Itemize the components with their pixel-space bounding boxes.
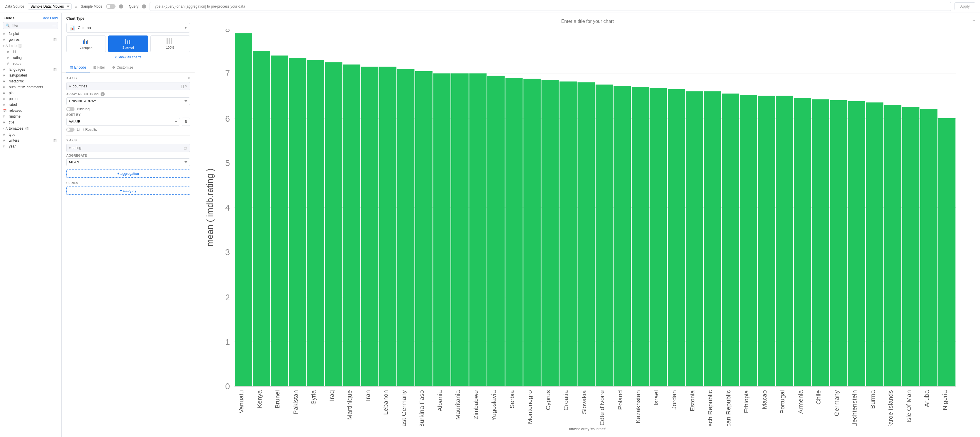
x-axis-remove-button[interactable]: × [185, 84, 188, 89]
bar-Serbia[interactable] [505, 78, 523, 386]
svg-rect-9 [171, 38, 172, 44]
field-item-year[interactable]: # year [0, 144, 61, 149]
bar-Czech-Republic[interactable] [704, 91, 721, 386]
field-item-imdb-votes[interactable]: # votes [0, 61, 61, 67]
data-source-dropdown[interactable]: Sample Data: Movies [28, 3, 72, 10]
query-info-icon[interactable]: i [142, 5, 146, 8]
bar-Liechtenstein[interactable] [848, 101, 865, 386]
add-category-button[interactable]: + category [66, 187, 190, 195]
bar-Lebanon[interactable] [379, 67, 396, 386]
field-item-num-mflix-comments[interactable]: # num_mflix_comments [0, 84, 61, 90]
show-all-charts-button[interactable]: ▾ Show all charts [66, 54, 190, 61]
bar-Slovakia[interactable] [578, 83, 595, 386]
bar-Martinique[interactable] [343, 65, 360, 386]
bar-Burma[interactable] [866, 102, 883, 386]
bar-Estonia[interactable] [686, 91, 703, 386]
x-label-Burkina-Faso: Burkina Faso [418, 390, 425, 426]
field-item-poster[interactable]: A poster [0, 96, 61, 102]
field-item-released[interactable]: 📅 released [0, 108, 61, 113]
search-clear-icon[interactable]: — [52, 24, 56, 27]
field-item-imdb-rating[interactable]: # rating [0, 55, 61, 61]
bar-Macao[interactable] [758, 96, 775, 386]
bar-Zimbabwe[interactable] [469, 73, 487, 386]
bar-Croatia[interactable] [560, 81, 577, 386]
apply-button[interactable]: Apply [955, 2, 975, 10]
query-input[interactable] [150, 2, 951, 11]
bar-Nigeria[interactable] [938, 118, 955, 386]
bar-Faroe-Islands[interactable] [884, 105, 901, 386]
y-axis-delete-button[interactable]: 🗑 [183, 145, 188, 150]
bar-Ethiopia[interactable] [740, 95, 757, 386]
array-reduction-select[interactable]: UNWIND ARRAY [66, 97, 190, 105]
chart-variant-stacked[interactable]: Stacked [108, 35, 148, 52]
bar-Poland[interactable] [614, 86, 631, 386]
bar-Iran[interactable] [361, 67, 378, 386]
field-item-type[interactable]: A type [0, 132, 61, 137]
tab-filter[interactable]: ⊟ Filter [90, 63, 109, 72]
bar-Kazakhstan[interactable] [632, 87, 649, 386]
field-item-metacritic[interactable]: A metacritic [0, 78, 61, 84]
bar-Chile[interactable] [812, 99, 829, 386]
chart-variant-100pct[interactable]: 100% [150, 35, 190, 52]
bar-East-Germany[interactable] [397, 69, 414, 386]
chart-type-dropdown[interactable]: 📊 Column ▾ [66, 23, 190, 33]
bar-Germany[interactable] [830, 100, 847, 386]
bar-Vanuatu[interactable] [235, 33, 252, 386]
field-item-genres[interactable]: A genres [ ] [0, 37, 61, 43]
bar-Burkina-Faso[interactable] [415, 71, 433, 386]
field-group-tomatoes[interactable]: ▸ A tomatoes { } [0, 125, 61, 132]
bar-Brunei[interactable] [271, 56, 288, 386]
bar-Portugal[interactable] [776, 96, 793, 386]
tab-encode[interactable]: ▥ Encode [66, 63, 90, 72]
data-source-selector[interactable]: Sample Data: Movies [28, 3, 72, 10]
chart-title-input[interactable] [204, 19, 971, 24]
x-axis-collapse-icon[interactable]: × [188, 76, 190, 80]
bar-Mauritania[interactable] [451, 73, 469, 386]
bar-Israel[interactable] [649, 88, 667, 386]
field-type-icon: A [3, 68, 7, 71]
sample-mode-toggle[interactable] [106, 4, 116, 9]
add-aggregation-button[interactable]: + aggregation [66, 169, 190, 178]
add-field-button[interactable]: + Add Field [40, 16, 58, 20]
field-item-lastupdated[interactable]: A lastupdated [0, 72, 61, 78]
x-label-Nigeria: Nigeria [941, 390, 948, 410]
bar-Armenia[interactable] [794, 98, 811, 386]
tab-customize[interactable]: ⚙ Customize [108, 63, 137, 72]
sort-by-select[interactable]: VALUE [66, 118, 180, 126]
x-label-Jordan: Jordan [671, 390, 678, 410]
bar-Jordan[interactable] [668, 89, 685, 386]
chart-type-section: Chart Type 📊 Column ▾ Grouped [62, 13, 195, 63]
bar-Iraq[interactable] [325, 62, 342, 386]
binning-toggle[interactable] [66, 107, 75, 111]
sample-mode-info-icon[interactable]: i [119, 5, 123, 8]
field-item-runtime[interactable]: # runtime [0, 113, 61, 120]
bar-Côte-d'Ivoire[interactable] [595, 85, 613, 386]
svg-text:6: 6 [225, 113, 230, 123]
grouped-label: Grouped [80, 46, 92, 49]
bar-Aruba[interactable] [920, 109, 937, 386]
field-item-plot[interactable]: A plot [0, 90, 61, 96]
bar-Albania[interactable] [433, 73, 450, 386]
field-item-imdb-id[interactable]: # id [0, 49, 61, 55]
bar-Isle-Of-Man[interactable] [902, 107, 919, 386]
bar-Pakistan[interactable] [289, 58, 306, 386]
field-item-rated[interactable]: A rated [0, 102, 61, 108]
chart-variant-grouped[interactable]: Grouped [66, 35, 106, 52]
bar-Syria[interactable] [307, 60, 325, 386]
field-group-imdb[interactable]: ▾ A imdb { } [0, 43, 61, 49]
bar-Kenya[interactable] [253, 51, 270, 386]
more-options-button[interactable]: ··· [972, 18, 975, 23]
array-reductions-info-icon[interactable]: i [100, 92, 105, 96]
limit-results-toggle[interactable] [66, 128, 75, 132]
field-item-writers[interactable]: A writers [ ] [0, 137, 61, 144]
bar-Cyprus[interactable] [541, 80, 558, 386]
sort-direction-button[interactable]: ⇅ [182, 118, 190, 126]
field-item-languages[interactable]: A languages [ ] [0, 67, 61, 72]
aggregate-select[interactable]: MEAN [66, 158, 190, 166]
bar-Montenegro[interactable] [523, 79, 541, 386]
bar-Dominican-Republic[interactable] [722, 94, 739, 386]
search-input[interactable] [12, 24, 51, 27]
field-item-fullplot[interactable]: A fullplot [0, 31, 61, 37]
field-item-title[interactable]: A title [0, 120, 61, 125]
bar-Yugoslavia[interactable] [487, 76, 505, 386]
